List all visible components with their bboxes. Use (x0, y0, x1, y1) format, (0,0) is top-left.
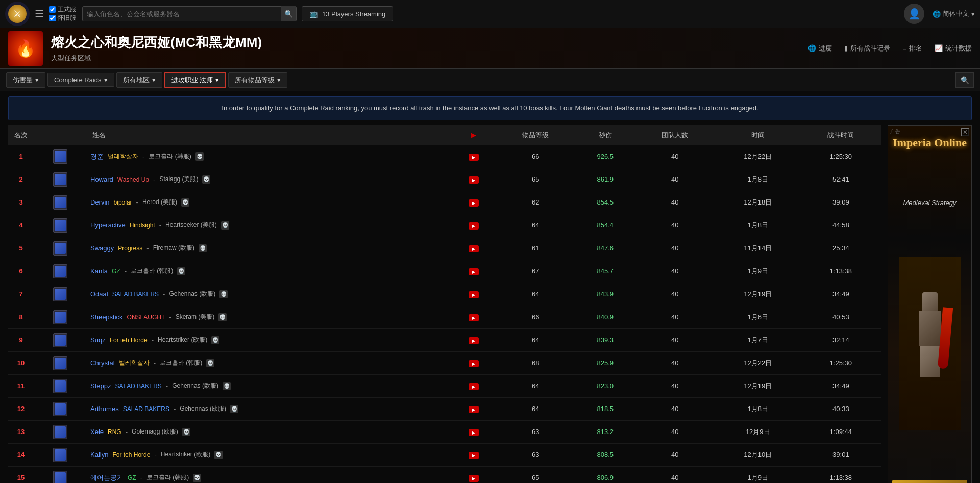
player-name[interactable]: Sheepstick (90, 313, 123, 321)
guild-name[interactable]: ONSLAUGHT (127, 314, 165, 321)
zone-nav-rankings[interactable]: ≡ 排名 (902, 44, 922, 53)
rank-cell: 6 (8, 260, 34, 283)
player-name[interactable]: Hyperactive (90, 221, 126, 229)
player-cell: Kanta GZ - 로크홀라 (韩服) 💀 (90, 267, 448, 275)
guild-sep: - (140, 474, 142, 481)
dps-cell: 839.3 (576, 328, 634, 351)
hamburger-menu[interactable]: ☰ (35, 8, 44, 20)
main-content: 名次 姓名 ▶ 物品等级 秒伤 团队人数 时间 战斗时间 1 경 (0, 125, 980, 483)
player-cell: Howard Washed Up - Stalagg (美服) 💀 (90, 175, 448, 184)
filter-item-level[interactable]: 所有物品等级 ▾ (228, 72, 287, 88)
rank-cell: 5 (8, 237, 34, 260)
guild-sep: - (169, 313, 171, 321)
guild-name[interactable]: For teh Horde (112, 451, 150, 459)
player-name[interactable]: Steppz (90, 382, 111, 390)
zone-nav-logs[interactable]: ▮ 所有战斗记录 (844, 44, 890, 53)
streaming-button[interactable]: 📺 13 Players Streaming (302, 6, 393, 21)
class-icon (55, 266, 66, 277)
filter-search-button[interactable]: 🔍 (955, 72, 974, 88)
player-name[interactable]: Xele (90, 428, 104, 436)
player-cell: Xele RNG - Golemagg (欧服) 💀 (90, 427, 448, 436)
youtube-icon[interactable]: ▶ (469, 337, 479, 344)
global-search-bar[interactable]: 🔍 (82, 6, 297, 21)
class-icon (55, 403, 66, 415)
youtube-icon[interactable]: ▶ (469, 268, 479, 275)
icon-cell (34, 306, 86, 328)
rank-cell: 14 (8, 443, 34, 466)
guild-name[interactable]: Progress (118, 245, 142, 252)
filter-class[interactable]: 进攻职业 法师 ▾ (164, 72, 227, 88)
players-cell: 40 (634, 145, 716, 168)
ad-close-button[interactable]: ✕ (961, 128, 969, 136)
zone-nav-progress[interactable]: 🌐 进度 (808, 44, 832, 53)
server-name: Skeram (美服) (176, 313, 215, 321)
top-navigation: ⚔ ☰ 正式服 怀旧服 🔍 📺 13 Players Streaming 👤 🌐… (0, 0, 980, 28)
filter-damage[interactable]: 伤害量 ▾ (6, 72, 45, 88)
table-row: 2 Howard Washed Up - Stalagg (美服) 💀 ▶ 65… (8, 168, 881, 191)
player-name[interactable]: Kanta (90, 267, 108, 275)
search-input[interactable] (83, 10, 281, 18)
player-name[interactable]: Kaliyn (90, 451, 108, 459)
youtube-icon[interactable]: ▶ (469, 199, 479, 207)
youtube-icon[interactable]: ▶ (469, 176, 479, 184)
player-name[interactable]: Chrystal (90, 359, 115, 367)
guild-name[interactable]: SALAD BAKERS (112, 291, 159, 298)
filter-complete-raids[interactable]: Complete Raids ▾ (47, 73, 114, 87)
filter-region[interactable]: 所有地区 ▾ (116, 72, 162, 88)
user-avatar[interactable]: 👤 (904, 4, 924, 24)
name-cell: Swaggy Progress - Firemaw (欧服) 💀 (86, 237, 452, 260)
classic-server-checkbox[interactable]: 怀旧服 (49, 14, 76, 22)
search-button[interactable]: 🔍 (281, 6, 296, 21)
guild-name[interactable]: bipolar (114, 199, 132, 206)
dps-cell: 847.6 (576, 237, 634, 260)
player-name[interactable]: Howard (90, 175, 113, 183)
date-cell: 1月9日 (716, 260, 800, 283)
player-name[interactable]: Arthumes (90, 405, 119, 413)
player-name[interactable]: Swaggy (90, 244, 114, 252)
icon-cell (34, 397, 86, 420)
youtube-icon[interactable]: ▶ (469, 383, 479, 390)
duration-cell: 1:25:30 (800, 145, 881, 168)
youtube-icon[interactable]: ▶ (469, 360, 479, 367)
language-button[interactable]: 🌐 简体中文 ▾ (933, 9, 975, 18)
guild-name[interactable]: RNG (108, 428, 121, 436)
guild-name[interactable]: Washed Up (117, 176, 149, 183)
guild-name[interactable]: For teh Horde (110, 337, 148, 344)
youtube-icon[interactable]: ▶ (469, 429, 479, 436)
player-name[interactable]: 에어는공기 (90, 473, 124, 482)
youtube-icon[interactable]: ▶ (469, 291, 479, 298)
guild-name[interactable]: SALAD BAKERS (115, 383, 161, 390)
guild-name[interactable]: GZ (112, 268, 120, 275)
zone-nav-stats[interactable]: 📈 统计数据 (935, 44, 972, 53)
site-logo[interactable]: ⚔ (5, 2, 30, 26)
guild-name[interactable]: Hindsight (130, 222, 155, 229)
media-cell: ▶ (452, 168, 495, 191)
guild-name[interactable]: 벌레학살자 (119, 359, 150, 367)
players-cell: 40 (634, 168, 716, 191)
guild-name[interactable]: GZ (128, 474, 136, 481)
player-name[interactable]: Suqz (90, 336, 106, 344)
player-name[interactable]: 경준 (90, 152, 104, 161)
duration-cell: 40:53 (800, 306, 881, 328)
players-cell: 40 (634, 466, 716, 483)
youtube-icon[interactable]: ▶ (469, 406, 479, 413)
player-icon (53, 333, 67, 347)
rankings-table-container: 名次 姓名 ▶ 物品等级 秒伤 团队人数 时间 战斗时间 1 경 (8, 125, 881, 483)
class-icon (55, 449, 66, 461)
players-cell: 40 (634, 397, 716, 420)
youtube-icon[interactable]: ▶ (469, 245, 479, 252)
guild-name[interactable]: SALAD BAKERS (123, 405, 169, 413)
player-name[interactable]: Odaal (90, 290, 108, 298)
youtube-icon[interactable]: ▶ (469, 475, 479, 482)
player-name[interactable]: Dervin (90, 198, 110, 206)
youtube-icon[interactable]: ▶ (469, 154, 479, 161)
guild-sep: - (154, 359, 156, 367)
guild-name[interactable]: 벌레학살자 (108, 152, 138, 161)
youtube-icon[interactable]: ▶ (469, 452, 479, 459)
icon-cell (34, 283, 86, 306)
player-icon (53, 356, 67, 370)
ad-play-button[interactable]: Play now ▶ (892, 480, 967, 483)
youtube-icon[interactable]: ▶ (469, 314, 479, 321)
official-server-checkbox[interactable]: 正式服 (49, 5, 76, 14)
youtube-icon[interactable]: ▶ (469, 222, 479, 230)
